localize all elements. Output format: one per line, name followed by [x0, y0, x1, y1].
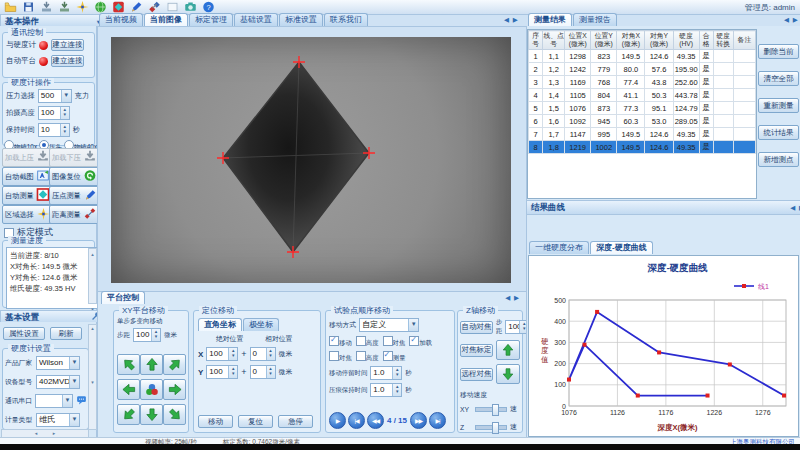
- tab-chart-0[interactable]: 一维硬度分布: [529, 241, 589, 254]
- globe-icon[interactable]: [93, 1, 108, 14]
- xy-step-spinner[interactable]: 100▴▾: [133, 328, 161, 342]
- move-sw-button[interactable]: [117, 404, 140, 425]
- tab-right-1[interactable]: 测量报告: [573, 13, 617, 26]
- reset-button[interactable]: 复位: [238, 415, 273, 428]
- stop-button[interactable]: 急停: [278, 415, 313, 428]
- import-icon[interactable]: [39, 1, 54, 14]
- relative-position-spinner[interactable]: 0▴▾: [250, 365, 276, 379]
- option-checkbox[interactable]: [329, 351, 339, 361]
- right-tab-pager-icons[interactable]: ◀ ▶: [784, 16, 799, 24]
- action-button-6[interactable]: 压点测量: [49, 186, 100, 205]
- force-select[interactable]: 500▼: [38, 89, 72, 103]
- value-spinner[interactable]: 10▴▾: [38, 123, 70, 137]
- chat-icon[interactable]: [76, 395, 87, 407]
- tab-center-2[interactable]: 标定管理: [189, 13, 233, 26]
- move-w-button[interactable]: [117, 379, 140, 400]
- result-curve-bar[interactable]: 结果曲线 ◀ ▶: [526, 200, 800, 215]
- speed-slider[interactable]: [475, 407, 507, 412]
- frame-icon[interactable]: [165, 1, 180, 14]
- joystick-icon[interactable]: [140, 379, 163, 400]
- field-select[interactable]: 402MVD▼: [36, 375, 80, 389]
- field-select[interactable]: Wilson▼: [36, 356, 80, 370]
- table-row[interactable]: 51,5107687377.395.1124.79是: [529, 102, 756, 115]
- value-spinner[interactable]: 100▴▾: [38, 106, 70, 120]
- column-header[interactable]: 备注: [733, 31, 755, 50]
- microscope-image[interactable]: [111, 37, 511, 283]
- dwell-time-spinner[interactable]: 1.0▴▾: [370, 366, 402, 380]
- z-down-button[interactable]: [496, 364, 520, 384]
- absolute-position-spinner[interactable]: 100▴▾: [206, 347, 238, 361]
- option-checkbox[interactable]: [356, 336, 366, 346]
- move-n-button[interactable]: [140, 354, 163, 375]
- refresh-button[interactable]: 刷新: [50, 327, 82, 340]
- option-checkbox[interactable]: [383, 336, 393, 346]
- export-icon[interactable]: [57, 1, 72, 14]
- move-e-button[interactable]: [163, 379, 186, 400]
- action-button-4[interactable]: 图像复位: [49, 167, 100, 186]
- play-button[interactable]: ▶: [329, 412, 346, 429]
- table-action-button-4[interactable]: 统计结果: [758, 125, 799, 140]
- option-checkbox[interactable]: [356, 351, 366, 361]
- table-row[interactable]: 11,11298823149.5124.649.35是: [529, 50, 756, 63]
- table-row[interactable]: 71,71147995149.5124.649.35是: [529, 128, 756, 141]
- column-header[interactable]: 序号: [529, 31, 543, 50]
- move-mode-select[interactable]: 自定义▼: [359, 318, 419, 332]
- relative-position-spinner[interactable]: 0▴▾: [250, 347, 276, 361]
- result-curve-pager-icons[interactable]: ◀ ▶: [790, 202, 800, 213]
- table-row[interactable]: 21,2124277980.057.6195.90是: [529, 63, 756, 76]
- table-row[interactable]: 41,4110580441.150.3443.78是: [529, 89, 756, 102]
- action-button-3[interactable]: 自动截图: [2, 167, 53, 186]
- field-select[interactable]: 维氏▼: [36, 413, 80, 427]
- vertical-scrollbar[interactable]: ▴▾: [88, 324, 97, 430]
- save-icon[interactable]: [21, 1, 36, 14]
- tab-coord-1[interactable]: 极坐标: [243, 318, 279, 331]
- action-button-7[interactable]: 区域选择: [2, 205, 53, 224]
- table-action-button-1[interactable]: 删除当前: [758, 44, 799, 59]
- move-ne-button[interactable]: [163, 354, 186, 375]
- measure-tool-icon[interactable]: [147, 1, 162, 14]
- connect-button[interactable]: 建立连接: [51, 55, 84, 67]
- table-action-button-5[interactable]: 新增测点: [758, 152, 799, 167]
- next-point-button[interactable]: ▶▶: [410, 412, 427, 429]
- move-se-button[interactable]: [163, 404, 186, 425]
- table-row[interactable]: 61,6109294560.353.0289.05是: [529, 115, 756, 128]
- tab-chart-1[interactable]: 深度-硬度曲线: [590, 241, 653, 254]
- connect-button[interactable]: 建立连接: [51, 39, 84, 51]
- pen-icon[interactable]: [129, 1, 144, 14]
- center-tab-pager-icons[interactable]: ◀ ▶: [504, 16, 519, 24]
- speed-slider[interactable]: [475, 425, 507, 430]
- column-header[interactable]: 对角Y(微米): [645, 31, 673, 50]
- property-settings-button[interactable]: 属性设置: [3, 327, 45, 340]
- move-nw-button[interactable]: [117, 354, 140, 375]
- column-header[interactable]: 线、点号: [543, 31, 565, 50]
- camera-icon[interactable]: [183, 1, 198, 14]
- tab-center-3[interactable]: 基础设置: [234, 13, 278, 26]
- first-point-button[interactable]: |◀: [348, 412, 365, 429]
- column-header[interactable]: 合格: [699, 31, 713, 50]
- platform-pager-icons[interactable]: ◀ ▶: [505, 294, 520, 302]
- column-header[interactable]: 硬度(HV): [673, 31, 699, 50]
- tab-right-0[interactable]: 测量结果: [528, 13, 572, 26]
- option-checkbox[interactable]: [409, 336, 419, 346]
- column-header[interactable]: 位置X(微米): [565, 31, 591, 50]
- move-button[interactable]: 移动: [198, 415, 233, 428]
- table-row[interactable]: 81,812191002149.5124.649.35是: [529, 141, 756, 154]
- remote-focus-button[interactable]: 远程对焦: [460, 368, 493, 381]
- absolute-position-spinner[interactable]: 100▴▾: [206, 365, 238, 379]
- auto-focus-button[interactable]: 自动对焦: [460, 321, 493, 334]
- last-point-button[interactable]: ▶|: [429, 412, 446, 429]
- option-checkbox[interactable]: [329, 336, 339, 346]
- capture-target-icon[interactable]: [111, 1, 126, 14]
- help-icon[interactable]: ?: [201, 1, 216, 14]
- tab-platform-control[interactable]: 平台控制: [101, 291, 145, 304]
- option-checkbox[interactable]: [383, 351, 393, 361]
- action-button-5[interactable]: 自动测量: [2, 186, 53, 205]
- table-action-button-3[interactable]: 重新测量: [758, 98, 799, 113]
- open-folder-icon[interactable]: [3, 1, 18, 14]
- table-row[interactable]: 31,3116976877.443.8252.60是: [529, 76, 756, 89]
- vertical-scrollbar[interactable]: ▴▾: [88, 248, 97, 304]
- table-action-button-2[interactable]: 清空全部: [758, 71, 799, 86]
- tab-center-0[interactable]: 当前视频: [99, 13, 143, 26]
- hold-time-spinner[interactable]: 1.0▴▾: [370, 383, 402, 397]
- tab-center-5[interactable]: 联系我们: [324, 13, 368, 26]
